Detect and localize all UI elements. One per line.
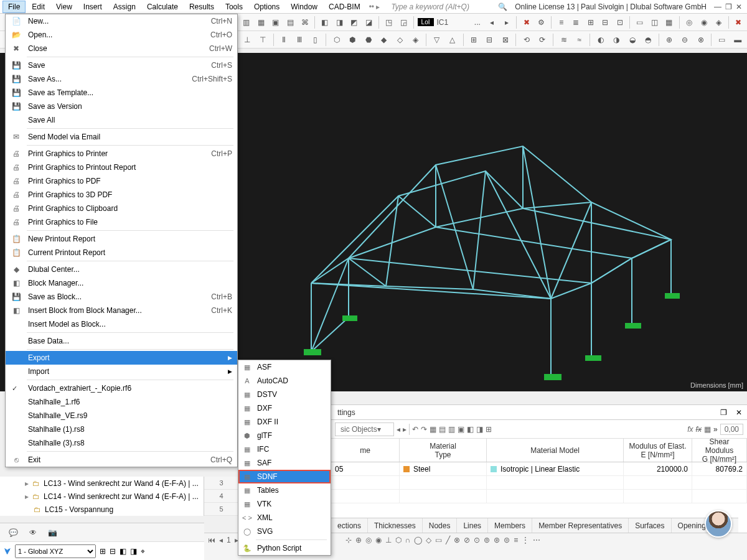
submenu-item[interactable]: ▦IFC	[238, 442, 331, 456]
tool-icon[interactable]: ▤	[439, 425, 446, 434]
tool-icon[interactable]: ⊤	[256, 33, 269, 47]
tool-icon[interactable]: ◪	[363, 16, 375, 29]
submenu-item[interactable]: ▦DXF	[238, 401, 331, 415]
tree-row[interactable]: ▸🗀LC13 - Wind senkrecht zur Wand 4 (E-F-…	[0, 477, 204, 490]
menu-options[interactable]: Options	[249, 1, 284, 12]
table-row[interactable]: 05 Steel Isotropic | Linear Elastic 2100…	[331, 462, 747, 476]
menu-item[interactable]: 💾Save as Template...	[6, 86, 237, 100]
fx-icon[interactable]: fx	[696, 425, 702, 434]
tool-icon[interactable]: ▯	[309, 33, 322, 47]
snap-icon[interactable]: ▭	[435, 536, 442, 544]
tool-icon[interactable]: ⬣	[362, 33, 375, 47]
value-box[interactable]: 0,00	[720, 424, 743, 435]
menu-item[interactable]: ✓Vordach_extrahiert_-_Kopie.rf6	[6, 381, 237, 395]
search-icon[interactable]: 🔍	[498, 2, 514, 11]
menu-item[interactable]: 🖨Print Graphics to Printout Report	[6, 161, 237, 174]
snap-icon[interactable]: ⊚	[484, 536, 490, 544]
tool-icon[interactable]: ◈	[409, 33, 422, 47]
tool-icon[interactable]: ◈	[712, 16, 724, 29]
snap-icon[interactable]: ⬡	[395, 536, 402, 544]
tab[interactable]: Thicknesses	[368, 518, 423, 533]
menu-item[interactable]: 🖨Print Graphics to PDF	[6, 174, 237, 188]
tool-icon[interactable]: ⊥	[240, 33, 253, 47]
tool-icon[interactable]: ⬢	[346, 33, 359, 47]
restore-icon[interactable]: ❐	[725, 2, 732, 11]
menu-item[interactable]: 💾Save as Version	[6, 100, 237, 113]
menu-item[interactable]: Insert Model as Block...	[6, 317, 237, 331]
tool-icon[interactable]: ▭	[634, 16, 646, 29]
snap-icon[interactable]: ◇	[426, 536, 431, 544]
camera-icon[interactable]: 📷	[48, 528, 57, 537]
tool-icon[interactable]: ◨	[476, 425, 483, 434]
tool-icon[interactable]: ▥	[448, 425, 455, 434]
menu-item[interactable]: 🖨Print Graphics to 3D PDF	[6, 188, 237, 202]
tool-icon[interactable]: Ⅲ	[293, 33, 306, 47]
submenu-item[interactable]: ▦SDNF	[238, 470, 331, 483]
tool-icon[interactable]: ◨	[334, 16, 345, 29]
menu-item[interactable]: 💾SaveCtrl+S	[6, 58, 237, 72]
nav-prev-icon[interactable]: ◂	[397, 425, 400, 434]
tool-icon[interactable]: ◇	[393, 33, 406, 47]
nav-prev-icon[interactable]: ◂	[486, 16, 498, 29]
menu-item[interactable]: ◧Block Manager...	[6, 276, 237, 290]
snap-icon[interactable]: ⊥	[385, 536, 392, 544]
tool-icon[interactable]: ◧	[319, 16, 331, 29]
menu-item[interactable]: 💾Save As...Ctrl+Shift+S	[6, 72, 237, 86]
tool-icon[interactable]: ⊞	[100, 547, 106, 556]
tool-icon[interactable]: ✖	[733, 16, 745, 29]
tool-icon[interactable]: ▽	[430, 33, 443, 47]
snap-icon[interactable]: ⊘	[464, 536, 470, 544]
tool-icon[interactable]: ⊞	[486, 425, 492, 434]
tool-icon[interactable]: ⊟	[599, 16, 611, 29]
snap-icon[interactable]: ⊹	[345, 536, 352, 544]
tab[interactable]: Nodes	[423, 518, 458, 533]
panel-close-icon[interactable]: ✕	[731, 408, 747, 417]
submenu-item[interactable]: AAutoCAD	[238, 374, 331, 388]
minimize-icon[interactable]: —	[714, 2, 721, 11]
menu-item[interactable]: ✖CloseCtrl+W	[6, 42, 237, 55]
menu-item[interactable]: ⎋ExitCtrl+Q	[6, 453, 237, 467]
tool-icon[interactable]: ≈	[573, 33, 586, 47]
tool-icon[interactable]: ↶	[412, 425, 418, 434]
close-icon[interactable]: ✕	[736, 2, 742, 11]
assistant-avatar[interactable]	[705, 510, 732, 538]
submenu-item[interactable]: ▦VTK	[238, 497, 331, 511]
coord-system-select[interactable]: 1 - Global XYZ	[15, 544, 96, 558]
submenu-item[interactable]: < >XML	[238, 511, 331, 525]
tool-icon[interactable]: ⊕	[663, 33, 676, 47]
submenu-item[interactable]: ▦DXF II	[238, 415, 331, 429]
tool-icon[interactable]: ⟲	[520, 33, 533, 47]
tab[interactable]: Member Representatives	[532, 518, 629, 533]
snap-icon[interactable]: ◎	[365, 536, 372, 544]
eye-icon[interactable]: 👁	[29, 528, 37, 537]
snap-icon[interactable]: ◉	[375, 536, 382, 544]
table-row[interactable]	[331, 476, 747, 490]
tool-icon[interactable]: ▦	[704, 425, 711, 434]
tool-icon[interactable]: ◆	[377, 33, 390, 47]
tree-row[interactable]: ▸🗀LC14 - Wind senkrecht zur Wand 4 (E-F-…	[0, 490, 204, 503]
snap-icon[interactable]: ◯	[414, 536, 422, 544]
tool-icon[interactable]: ◒	[626, 33, 639, 47]
tool-icon[interactable]: ⌘	[299, 16, 311, 29]
menu-item[interactable]: 🖨Print Graphics to Clipboard	[6, 202, 237, 215]
tool-icon[interactable]: ⚙	[535, 16, 547, 29]
tool-icon[interactable]: ◐	[594, 33, 607, 47]
menu-item[interactable]: ✉Send Model via Email	[6, 130, 237, 144]
menu-item[interactable]: 🖨Print Graphics to PrinterCtrl+P	[6, 147, 237, 161]
menu-file[interactable]: File	[2, 1, 26, 13]
tool-icon[interactable]: ⊟	[110, 547, 116, 556]
tool-icon[interactable]: ▦	[255, 16, 266, 29]
menu-item[interactable]: ◆Dlubal Center...	[6, 263, 237, 276]
menu-insert[interactable]: Insert	[78, 1, 107, 12]
tool-icon[interactable]: ≣	[570, 16, 582, 29]
table-group-dropdown[interactable]: sic Objects ▾	[335, 422, 394, 436]
submenu-item[interactable]: ▦SAF	[238, 456, 331, 470]
menu-item[interactable]: 💾Save as Block...Ctrl+B	[6, 290, 237, 304]
menu-item[interactable]: Base Data...	[6, 334, 237, 348]
menu-item[interactable]: 📂Open...Ctrl+O	[6, 28, 237, 42]
tool-icon[interactable]: ▤	[284, 16, 296, 29]
menu-item[interactable]: Stahlhalle (1).rs8	[6, 422, 237, 436]
tool-icon[interactable]: ⊖	[679, 33, 692, 47]
submenu-item[interactable]: ▦ASF	[238, 360, 331, 374]
snap-icon[interactable]: ╱	[446, 536, 450, 544]
